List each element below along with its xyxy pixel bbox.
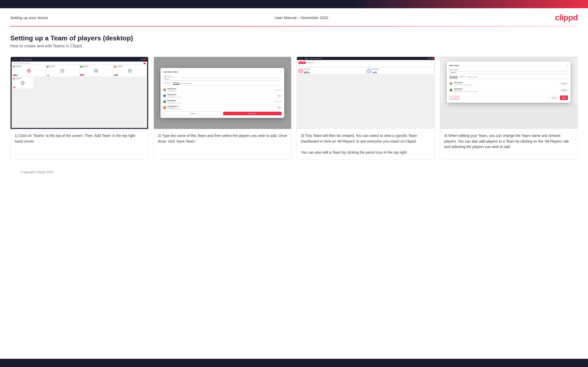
dash-bars-1 bbox=[13, 73, 45, 76]
card-2-screenshot: Add New Team × Team Name * Team A My Tea… bbox=[154, 57, 291, 129]
edit-player-info-2: Blair McHarg Plus HandicapRoyal North De… bbox=[454, 88, 559, 92]
footer: Copyright Clippd 2021 bbox=[10, 170, 578, 179]
dash-icon-3 bbox=[145, 59, 146, 60]
card-3: clippd Players Teams My Performance bbox=[297, 57, 435, 160]
modal-player-item-3: Blair McHarg Plus HandicapRoyal North De… bbox=[163, 99, 282, 105]
modal-2-team-name-input[interactable]: Team A bbox=[163, 77, 282, 81]
edit-player-2-remove-button[interactable]: Remove bbox=[560, 89, 568, 91]
edit-save-team-button[interactable]: Save Team bbox=[560, 95, 568, 100]
dash-bars-4 bbox=[114, 73, 146, 76]
modal-avatar-1 bbox=[163, 88, 166, 91]
filter-checkbox[interactable] bbox=[181, 83, 183, 84]
tdash-score-2: 72 bbox=[367, 69, 371, 73]
tdash-topbar: clippd Players Teams My Performance bbox=[297, 57, 434, 60]
trash-icon: 🗑 bbox=[451, 97, 453, 99]
edit-modal-footer: 🗑 Delete Cancel Save Team bbox=[449, 95, 568, 100]
add-new-team-modal: Add New Team × Team Name * Team A My Tea… bbox=[161, 68, 284, 118]
modal-player-4-add-button[interactable]: Add bbox=[277, 106, 282, 109]
dash-nav-home: Home bbox=[20, 59, 23, 60]
cards-grid: clippd Home My Performance bbox=[10, 57, 578, 160]
dash-player-4: Dave Billingh. 1.5 Handicap 78 bbox=[113, 65, 146, 76]
page-subtitle: How to create and edit Teams in Clippd bbox=[10, 44, 578, 48]
edit-filter-checkbox[interactable] bbox=[467, 76, 469, 78]
modal-2-footer: Cancel Save Team bbox=[163, 112, 282, 115]
dash-player-1: Adrian Collins Plus Handicap 84 bbox=[12, 65, 45, 76]
tdash-player-right-1: Blair McHarg bbox=[304, 68, 364, 73]
modal-player-info-3: Blair McHarg Plus HandicapRoyal North De… bbox=[167, 100, 274, 104]
header: Setting up your teams User Manual – Nove… bbox=[0, 8, 588, 26]
header-divider bbox=[10, 26, 578, 27]
modal-player-2-add-button[interactable]: Add bbox=[277, 94, 282, 97]
edit-modal-tabs: My Team (2) All Players Filter by name bbox=[449, 76, 568, 79]
modal-2-overlay: Add New Team × Team Name * Team A My Tea… bbox=[154, 57, 291, 129]
edit-cancel-button[interactable]: Cancel bbox=[549, 96, 559, 100]
card-2-text: 2) Type the name of this Team and then s… bbox=[154, 129, 291, 160]
card-1-text: 1) Click on 'Teams' at the top of the sc… bbox=[11, 129, 148, 160]
edit-player-1-remove-button[interactable]: Remove bbox=[560, 82, 568, 85]
modal-avatar-2 bbox=[163, 94, 166, 97]
dash-avatar-4 bbox=[114, 66, 116, 68]
tdash-nav-perf: My Performance bbox=[314, 58, 323, 59]
tdash-bars-2 bbox=[372, 70, 433, 73]
card-3-text: 3) This Team will then be created. You c… bbox=[297, 129, 434, 160]
tdash-content: Blair McHarg All Players Player Details … bbox=[297, 60, 434, 129]
dash-nav-1: Home My Performance bbox=[20, 59, 32, 60]
edit-filter-label: Filter by name bbox=[467, 76, 478, 78]
modal-player-3-status: Player Added bbox=[275, 101, 282, 102]
modal-2-title: Add New Team bbox=[163, 71, 178, 73]
dash-avatar-3 bbox=[80, 66, 82, 68]
copyright-text: Copyright Clippd 2021 bbox=[21, 170, 54, 174]
page-title: Setting up a Team of players (desktop) bbox=[10, 34, 578, 42]
modal-2-header: Add New Team × bbox=[163, 71, 282, 73]
dash-nav-teams: My Performance bbox=[24, 59, 32, 60]
top-bar bbox=[0, 0, 588, 8]
modal-player-item-1: Adrian Player Plus HandicapThe Shire Lon… bbox=[163, 87, 282, 93]
bottom-bar bbox=[0, 359, 588, 367]
card-2: Add New Team × Team Name * Team A My Tea… bbox=[154, 57, 292, 160]
dash-players-row-2: Richard Butler 2 Handicap 72 bbox=[12, 77, 146, 89]
edit-delete-button[interactable]: 🗑 Delete bbox=[449, 96, 459, 100]
modal-2-tab-allplayers[interactable]: All Players bbox=[173, 82, 180, 85]
card-1: clippd Home My Performance bbox=[10, 57, 148, 160]
edit-player-item-2: Blair McHarg Plus HandicapRoyal North De… bbox=[449, 87, 568, 93]
modal-2-player-list: Adrian Player Plus HandicapThe Shire Lon… bbox=[163, 87, 282, 110]
dash-avatar-2 bbox=[47, 66, 49, 68]
modal-2-filter-label: Filter by name bbox=[181, 82, 192, 85]
dash-player-2: Adrian Coliba 1.5 Handicap 0 bbox=[46, 65, 79, 76]
edit-tab-allplayers[interactable]: All Players bbox=[459, 76, 466, 78]
add-team-btn bbox=[144, 63, 146, 64]
edit-avatar-2 bbox=[449, 89, 452, 92]
tdash-bars-1 bbox=[304, 70, 364, 73]
header-center-text: User Manual – November 2022 bbox=[275, 15, 328, 20]
edit-modal-name-input[interactable]: Team A bbox=[449, 71, 568, 74]
main-content: Setting up a Team of players (desktop) H… bbox=[0, 34, 588, 189]
tdash-logo: clippd bbox=[298, 58, 303, 59]
edit-player-item-1: Adrian Player Plus HandicapThe Shire Lon… bbox=[449, 81, 568, 87]
clippd-logo: clippd bbox=[555, 13, 578, 22]
tdash-icon-1 bbox=[428, 58, 429, 59]
modal-player-info-4: Dave Billingham 1.5 HandicapThe Gog Mago… bbox=[167, 106, 276, 110]
modal-2-team-name-label: Team Name * bbox=[163, 75, 282, 77]
dash-icon-2 bbox=[142, 59, 144, 60]
card-3-screenshot: clippd Players Teams My Performance bbox=[297, 57, 434, 129]
tdash-team-tab-active: Blair McHarg bbox=[298, 62, 306, 64]
modal-2-close-icon[interactable]: × bbox=[280, 71, 282, 73]
edit-modal-title: Edit Team bbox=[449, 64, 459, 67]
dash-icon-1 bbox=[140, 59, 142, 60]
dash-topbar-1: clippd Home My Performance bbox=[12, 58, 147, 61]
tdash-player-card-1: 94 Blair McHarg bbox=[298, 68, 365, 74]
edit-modal-close-icon[interactable]: × bbox=[566, 64, 568, 67]
modal-2-save-button[interactable]: Save Team bbox=[223, 112, 282, 115]
edit-player-info-1: Adrian Player Plus HandicapThe Shire Lon… bbox=[454, 82, 559, 86]
tdash-all-players-tab: All Players bbox=[307, 62, 314, 64]
edit-modal-header: Edit Team × bbox=[449, 64, 568, 67]
edit-player-list: Adrian Player Plus HandicapThe Shire Lon… bbox=[449, 81, 568, 93]
modal-2-tab-myteam[interactable]: My Team (2) bbox=[163, 82, 171, 85]
modal-2-cancel-button[interactable]: Cancel bbox=[163, 112, 222, 115]
dash-bars-5 bbox=[13, 85, 32, 88]
tdash-player-card-2: 72 Richard Butler bbox=[366, 68, 433, 74]
card-4: Edit Team × Team Name * Team A My Team (… bbox=[440, 57, 578, 160]
edit-tab-myteam[interactable]: My Team (2) bbox=[449, 76, 457, 78]
tdash-players-grid: 94 Blair McHarg bbox=[298, 68, 434, 74]
modal-avatar-4 bbox=[163, 106, 166, 109]
